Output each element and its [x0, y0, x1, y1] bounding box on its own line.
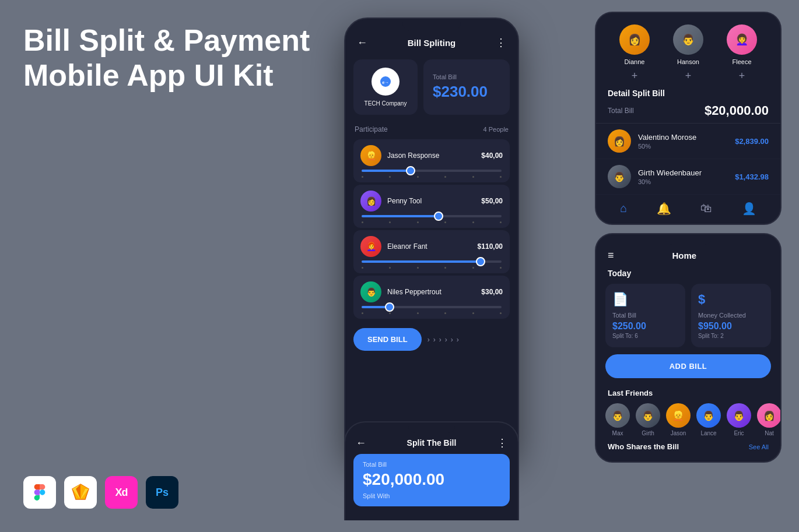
- friend-avatar-jason: 👱: [666, 403, 691, 428]
- back-button[interactable]: ←: [357, 37, 367, 49]
- hamburger-menu[interactable]: ≡: [608, 249, 614, 262]
- avatar-niles: 👨: [360, 281, 381, 302]
- bottom-navigation: ⌂ 🔔 🛍 👤: [596, 195, 780, 218]
- avatar-img-hanson: 👨: [673, 24, 703, 55]
- friend-eric: 👨 Eric: [727, 403, 751, 436]
- bill-splitting-header: ← Bill Spliting ⋮: [345, 31, 518, 55]
- total-bill-today-label: Total Bill: [612, 312, 678, 319]
- nav-arrow-5[interactable]: ›: [451, 336, 453, 344]
- tool-icons: Xd Ps: [23, 476, 178, 509]
- company-name: TECH Company: [365, 100, 407, 107]
- friend-name-nat: Nat: [765, 430, 774, 436]
- person-amount-jason: $40,00: [481, 152, 503, 160]
- who-shares-see-all[interactable]: See All: [749, 443, 769, 450]
- nav-arrow-2[interactable]: ›: [433, 336, 436, 344]
- split-total-amount: $20,000.00: [363, 470, 500, 489]
- send-bill-button[interactable]: SEND BILL: [353, 328, 422, 351]
- xd-icon[interactable]: Xd: [105, 476, 138, 509]
- money-icon: $: [698, 292, 764, 307]
- avatar-eleanor: 👩‍🦰: [360, 236, 381, 257]
- person-name-penny: Penny Tool: [387, 197, 422, 205]
- friend-name-jason: Jason: [671, 430, 686, 436]
- valentino-info: Valentino Morose 50%: [638, 133, 728, 150]
- who-shares-header: Who Shares the Bill See All: [596, 436, 780, 453]
- friends-row: 👨 Max 👨 Girth 👱 Jason 👨 Lance 👨 Eric 👩 N…: [596, 403, 780, 436]
- girth-pct: 30%: [638, 178, 728, 185]
- total-bill-today-card: 📄 Total Bill $250.00 Split To: 6: [605, 284, 685, 347]
- person-name-jason: Jason Response: [387, 152, 439, 160]
- add-bill-button[interactable]: ADD BILL: [605, 354, 771, 378]
- split-menu-dots[interactable]: ⋮: [497, 436, 507, 449]
- friend-jason: 👱 Jason: [666, 403, 691, 436]
- split-with-label: Split With: [363, 492, 500, 499]
- phone-center: ← Bill Spliting ⋮ e→ TECH Company Total …: [344, 17, 519, 460]
- money-collected-split-to: Split To: 2: [698, 333, 764, 339]
- nav-arrow-6[interactable]: ›: [457, 336, 459, 344]
- slider-eleanor[interactable]: [362, 260, 502, 263]
- split-back-button[interactable]: ←: [356, 437, 366, 449]
- avatar-name-dianne: Dianne: [625, 58, 645, 65]
- girth-name: Girth Wiedenbauer: [638, 168, 728, 177]
- avatar-name-hanson: Hanson: [677, 58, 699, 65]
- sketch-icon[interactable]: [64, 476, 97, 509]
- nav-arrow-4[interactable]: ›: [445, 336, 447, 344]
- svg-text:e→: e→: [382, 80, 389, 85]
- add-fleece-button[interactable]: +: [739, 70, 745, 82]
- bell-nav-icon[interactable]: 🔔: [657, 202, 671, 216]
- money-collected-card: $ Money Collected $950.00 Split To: 2: [691, 284, 771, 347]
- avatar-valentino: 👩: [608, 129, 631, 153]
- phone-notch: [402, 19, 461, 31]
- total-bill-amount: $230.00: [433, 83, 500, 101]
- detail-total-amount: $20,000.00: [705, 103, 769, 118]
- who-shares-label: Who Shares the Bill: [608, 442, 679, 451]
- screen-title: Bill Spliting: [408, 38, 456, 48]
- avatar-dianne: 👩 Dianne +: [619, 24, 650, 82]
- add-hanson-button[interactable]: +: [685, 70, 692, 82]
- friend-avatar-max: 👨: [605, 403, 630, 428]
- split-phone-title: Split The Bill: [366, 438, 497, 448]
- detail-total-label: Total Bill: [608, 107, 634, 115]
- person-name-niles: Niles Peppertrout: [387, 288, 441, 296]
- menu-dots[interactable]: ⋮: [496, 36, 506, 49]
- nav-arrow-1[interactable]: ›: [427, 336, 430, 344]
- friend-avatar-girth: 👨: [636, 403, 660, 428]
- friend-lance: 👨 Lance: [696, 403, 721, 436]
- notch-small: [665, 234, 712, 245]
- slider-jason[interactable]: [362, 170, 502, 172]
- total-bill-split-to: Split To: 6: [612, 333, 678, 339]
- participate-label: Participate: [355, 125, 388, 133]
- today-label: Today: [596, 266, 780, 284]
- person-row-penny: 👩 Penny Tool $50,00: [353, 185, 510, 228]
- phone-bottom-split: ← Split The Bill ⋮ Total Bill $20,000.00…: [344, 421, 519, 520]
- friend-avatar-nat: 👩: [757, 403, 780, 428]
- participate-count: 4 People: [483, 126, 509, 133]
- slider-niles[interactable]: [362, 306, 502, 308]
- participate-header: Participate 4 People: [345, 119, 518, 137]
- figma-icon[interactable]: [23, 476, 56, 509]
- person-amount-penny: $50,00: [481, 197, 503, 205]
- avatar-penny: 👩: [360, 191, 381, 212]
- add-dianne-button[interactable]: +: [632, 70, 638, 82]
- person-amount-eleanor: $110,00: [478, 242, 503, 251]
- avatar-img-dianne: 👩: [619, 24, 650, 55]
- detail-split-title: Detail Split Bill: [596, 84, 677, 101]
- avatar-name-fleece: Fleece: [732, 58, 751, 65]
- profile-nav-icon[interactable]: 👤: [742, 202, 756, 216]
- person-name-eleanor: Eleanor Fant: [387, 242, 427, 251]
- home-nav-icon[interactable]: ⌂: [620, 202, 627, 216]
- total-bill-today-amount: $250.00: [612, 321, 678, 332]
- company-card[interactable]: e→ TECH Company: [353, 59, 418, 115]
- friend-avatar-lance: 👨: [696, 403, 721, 428]
- slider-penny[interactable]: [362, 215, 502, 217]
- friend-girth: 👨 Girth: [636, 403, 660, 436]
- total-bill-label: Total Bill: [433, 73, 500, 80]
- person-amount-niles: $30,00: [481, 288, 503, 296]
- nav-arrow-3[interactable]: ›: [439, 336, 441, 344]
- hero-section: Bill Split & Payment Mobile App UI Kit: [23, 23, 315, 105]
- friend-name-lance: Lance: [700, 430, 716, 436]
- photoshop-icon[interactable]: Ps: [146, 476, 178, 509]
- nav-arrows: › › › › › ›: [427, 336, 459, 344]
- friend-name-eric: Eric: [734, 430, 744, 436]
- bag-nav-icon[interactable]: 🛍: [700, 202, 712, 216]
- avatar-img-fleece: 👩‍🦱: [727, 24, 757, 55]
